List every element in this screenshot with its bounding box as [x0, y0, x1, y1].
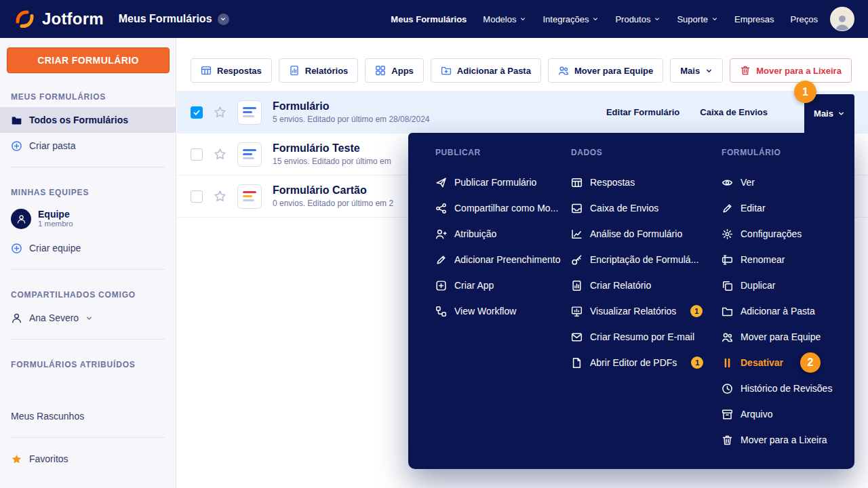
- annotation-step-1: 1: [794, 81, 816, 103]
- nav-integracoes[interactable]: Integrações: [542, 14, 599, 24]
- menu-item-caixa-de-envios[interactable]: Caixa de Envios: [571, 195, 722, 221]
- team-avatar: [11, 209, 31, 229]
- menu-item-historico-de-revisoes[interactable]: Histórico de Revisões: [722, 375, 854, 401]
- sidebar-item-create-team[interactable]: Criar equipe: [0, 235, 176, 261]
- plus-circle-icon: [11, 140, 22, 152]
- sidebar-item-team[interactable]: Equipe 1 membro: [0, 203, 176, 235]
- pencil-icon: [435, 254, 447, 266]
- form-title[interactable]: Formulário Teste: [273, 142, 391, 155]
- menu-item-abrir-editor-pdfs[interactable]: Abrir Editor de PDFs1: [571, 350, 722, 375]
- divider: [11, 339, 165, 340]
- form-thumbnail-icon: [237, 184, 262, 209]
- form-title[interactable]: Formulário Cartão: [273, 184, 393, 197]
- form-meta: 15 envios. Editado por último em: [273, 157, 391, 166]
- menu-item-desativar[interactable]: Desativar2: [722, 350, 854, 375]
- presentation-icon: [571, 306, 583, 317]
- favorite-star-icon[interactable]: [214, 106, 226, 119]
- menu-item-mover-para-equipe[interactable]: Mover para Equipe: [722, 324, 854, 350]
- table-icon: [201, 65, 212, 76]
- menu-item-configuracoes[interactable]: Configurações: [722, 221, 854, 247]
- pause-icon: [722, 357, 733, 369]
- trash-icon: [740, 65, 751, 76]
- menu-item-respostas[interactable]: Respostas: [571, 169, 722, 195]
- menu-item-atribuicao[interactable]: Atribuição: [435, 221, 571, 247]
- row-checkbox[interactable]: [191, 106, 203, 119]
- create-form-button[interactable]: CRIAR FORMULÁRIO: [7, 47, 170, 73]
- sidebar-item-all-forms[interactable]: Todos os Formulários: [0, 107, 176, 133]
- mail-icon: [571, 331, 583, 343]
- archive-icon: [722, 409, 733, 420]
- menu-item-view-workflow[interactable]: View Workflow: [435, 298, 571, 324]
- nav-empresas[interactable]: Empresas: [734, 14, 774, 24]
- menu-item-adicionar-preenchimento[interactable]: Adicionar Preenchimento: [435, 247, 571, 272]
- edit-form-link[interactable]: Editar Formulário: [606, 107, 679, 117]
- chart-icon: [571, 228, 583, 240]
- gear-icon: [722, 228, 733, 240]
- sidebar-section-shared: COMPARTILHADOS COMIGO: [0, 278, 176, 305]
- menu-item-mover-para-lixeira[interactable]: Mover para a Lixeira: [722, 427, 854, 453]
- star-icon: [11, 453, 22, 465]
- menu-item-adicionar-a-pasta[interactable]: Adicionar à Pasta: [722, 298, 854, 324]
- count-badge: 1: [690, 305, 703, 317]
- menu-item-criar-resumo-email[interactable]: Criar Resumo por E-mail: [571, 324, 722, 350]
- check-icon: [193, 108, 201, 117]
- more-button[interactable]: Mais: [670, 58, 723, 83]
- inbox-link[interactable]: Caixa de Envios: [700, 107, 768, 117]
- row-checkbox[interactable]: [191, 190, 203, 203]
- menu-item-compartilhar-modelo[interactable]: Compartilhar como Mo...: [435, 195, 571, 221]
- pencil-icon: [722, 203, 733, 214]
- favorite-star-icon[interactable]: [214, 148, 226, 161]
- menu-item-visualizar-relatorios[interactable]: Visualizar Relatórios1: [571, 298, 722, 324]
- menu-item-criar-app[interactable]: Criar App: [435, 272, 571, 298]
- nav-produtos[interactable]: Produtos: [615, 14, 660, 24]
- menu-item-analise-do-formulario[interactable]: Análise do Formulário: [571, 221, 722, 247]
- menu-column-dados: DADOS Respostas Caixa de Envios Análise …: [571, 148, 722, 453]
- page-title-chevron-icon[interactable]: [218, 14, 229, 25]
- sidebar-item-drafts[interactable]: Meus Rascunhos: [0, 403, 176, 429]
- form-row-formulario[interactable]: Formulário 5 envios. Editado por último …: [177, 92, 868, 134]
- inbox-icon: [571, 203, 583, 214]
- menu-column-publicar: PUBLICAR Publicar Formulário Compartilha…: [435, 148, 571, 453]
- jotform-logo[interactable]: Jotform: [14, 7, 104, 30]
- menu-item-encriptacao[interactable]: Encriptação de Formulá...: [571, 247, 722, 272]
- move-to-team-button[interactable]: Mover para Equipe: [548, 58, 663, 83]
- nav-precos[interactable]: Preços: [791, 14, 818, 24]
- share-icon: [435, 203, 447, 214]
- add-to-folder-button[interactable]: Adicionar à Pasta: [431, 58, 541, 83]
- chevron-down-icon: [519, 16, 526, 22]
- sidebar-item-create-folder[interactable]: Criar pasta: [0, 133, 176, 159]
- menu-item-duplicar[interactable]: Duplicar: [722, 272, 854, 298]
- trash-icon: [722, 434, 733, 446]
- menu-item-editar[interactable]: Editar: [722, 195, 854, 221]
- move-to-trash-button[interactable]: Mover para a Lixeira: [730, 58, 852, 83]
- folder-icon: [722, 306, 733, 317]
- annotation-step-2: 2: [800, 352, 821, 373]
- pdf-icon: [571, 357, 583, 369]
- menu-column-header: FORMULÁRIO: [722, 148, 854, 161]
- sidebar-item-label: Criar equipe: [29, 243, 81, 253]
- nav-modelos[interactable]: Modelos: [483, 14, 526, 24]
- sidebar-item-label: Criar pasta: [29, 140, 75, 151]
- respostas-button[interactable]: Respostas: [191, 58, 272, 83]
- user-avatar[interactable]: [830, 7, 854, 31]
- row-checkbox[interactable]: [191, 148, 203, 161]
- menu-item-publicar-formulario[interactable]: Publicar Formulário: [435, 169, 571, 195]
- menu-item-renomear[interactable]: Renomear: [722, 247, 854, 272]
- relatorios-button[interactable]: Relatórios: [279, 58, 359, 83]
- team-name: Equipe: [38, 209, 73, 220]
- form-thumbnail-icon: [237, 142, 262, 167]
- menu-item-arquivo[interactable]: Arquivo: [722, 401, 854, 427]
- menu-item-criar-relatorio[interactable]: Criar Relatório: [571, 272, 722, 298]
- folder-plus-icon: [441, 65, 452, 76]
- sidebar-item-favorites[interactable]: Favoritos: [0, 446, 176, 472]
- nav-suporte[interactable]: Suporte: [677, 14, 718, 24]
- sidebar-item-shared-user[interactable]: Ana Severo: [0, 305, 176, 331]
- nav-meus-formularios[interactable]: Meus Formulários: [391, 14, 467, 24]
- favorite-star-icon[interactable]: [214, 190, 226, 203]
- form-title[interactable]: Formulário: [273, 100, 429, 113]
- menu-item-ver[interactable]: Ver: [722, 169, 854, 195]
- page-title-dropdown[interactable]: Meus Formulários: [119, 13, 229, 25]
- row-actions: Editar Formulário Caixa de Envios: [606, 107, 768, 117]
- apps-button[interactable]: Apps: [365, 58, 424, 83]
- history-icon: [722, 383, 733, 394]
